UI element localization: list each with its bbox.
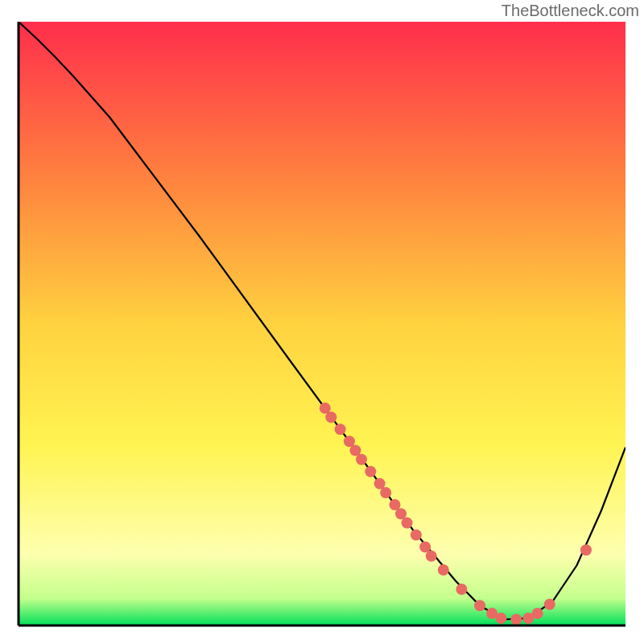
data-point xyxy=(532,608,543,619)
data-point xyxy=(365,466,376,477)
data-point xyxy=(380,487,391,498)
data-point xyxy=(495,613,506,624)
data-point xyxy=(325,411,336,423)
data-point xyxy=(335,423,346,435)
data-point xyxy=(544,599,555,610)
data-point xyxy=(402,518,413,529)
data-point xyxy=(426,551,437,562)
data-point xyxy=(356,454,367,465)
data-point xyxy=(438,564,449,576)
gradient-background xyxy=(19,22,625,625)
data-point xyxy=(456,584,467,595)
data-point xyxy=(510,614,522,625)
chart-svg xyxy=(0,0,644,644)
watermark-text: TheBottleneck.com xyxy=(502,2,639,20)
data-point xyxy=(474,600,485,611)
data-point xyxy=(580,544,592,555)
chart-container: TheBottleneck.com xyxy=(0,0,644,644)
data-point xyxy=(411,530,422,541)
